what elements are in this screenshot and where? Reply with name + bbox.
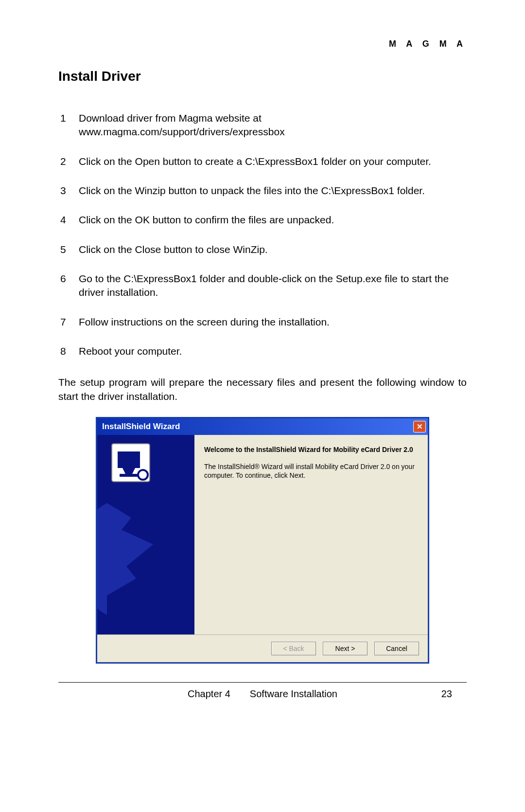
- step-number: 8: [58, 337, 77, 366]
- step-row: 8Reboot your computer.: [58, 337, 467, 366]
- footer-section: Software Installation: [250, 688, 337, 700]
- step-text: Reboot your computer.: [77, 337, 467, 366]
- steps-list: 1Download driver from Magma website at w…: [58, 104, 467, 366]
- dialog-description: The InstallShield® Wizard will install M…: [204, 462, 418, 480]
- next-button[interactable]: Next >: [323, 642, 368, 655]
- step-row: 2Click on the Open button to create a C:…: [58, 147, 467, 176]
- step-number: 2: [58, 147, 77, 176]
- close-icon: ✕: [417, 422, 423, 431]
- step-text: Click on the Close button to close WinZi…: [77, 235, 467, 264]
- dialog-title: InstallShield Wizard: [102, 422, 180, 432]
- step-text: Go to the C:\ExpressBox1 folder and doub…: [77, 264, 467, 307]
- dialog-welcome-heading: Welcome to the InstallShield Wizard for …: [204, 446, 418, 453]
- close-button[interactable]: ✕: [413, 421, 426, 433]
- step-row: 7Follow instructions on the screen durin…: [58, 307, 467, 337]
- step-number: 3: [58, 176, 77, 205]
- step-row: 1Download driver from Magma website at w…: [58, 104, 467, 147]
- step-number: 1: [58, 104, 77, 147]
- step-number: 5: [58, 235, 77, 264]
- step-row: 4Click on the OK button to confirm the f…: [58, 205, 467, 235]
- footer-page-number: 23: [441, 688, 452, 700]
- step-text: Click on the Open button to create a C:\…: [77, 147, 467, 176]
- installshield-dialog: InstallShield Wizard ✕ Welcome to the In…: [96, 417, 429, 664]
- footer-divider: [58, 682, 467, 683]
- page-footer: Chapter 4 Software Installation 23: [58, 688, 467, 700]
- svg-rect-4: [120, 474, 139, 477]
- step-row: 6Go to the C:\ExpressBox1 folder and dou…: [58, 264, 467, 307]
- step-text: Download driver from Magma website at ww…: [77, 104, 467, 147]
- step-number: 6: [58, 264, 77, 307]
- step-number: 4: [58, 205, 77, 235]
- step-row: 3Click on the Winzip button to unpack th…: [58, 176, 467, 205]
- section-title: Install Driver: [58, 69, 467, 84]
- back-button: < Back: [271, 642, 316, 655]
- dialog-content: Welcome to the InstallShield Wizard for …: [194, 435, 428, 634]
- step-row: 5Click on the Close button to close WinZ…: [58, 235, 467, 264]
- post-steps-text: The setup program will prepare the neces…: [58, 376, 467, 403]
- dialog-titlebar[interactable]: InstallShield Wizard ✕: [97, 418, 428, 435]
- step-text: Click on the OK button to confirm the fi…: [77, 205, 467, 235]
- dialog-button-bar: < Back Next > Cancel: [97, 634, 428, 662]
- step-number: 7: [58, 307, 77, 337]
- svg-rect-2: [118, 451, 140, 468]
- dialog-sidebar-image: [97, 435, 194, 634]
- step-text: Follow instructions on the screen during…: [77, 307, 467, 337]
- footer-chapter: Chapter 4: [188, 688, 230, 700]
- brand-header: M A G M A: [58, 39, 467, 49]
- cancel-button[interactable]: Cancel: [374, 642, 419, 655]
- step-text: Click on the Winzip button to unpack the…: [77, 176, 467, 205]
